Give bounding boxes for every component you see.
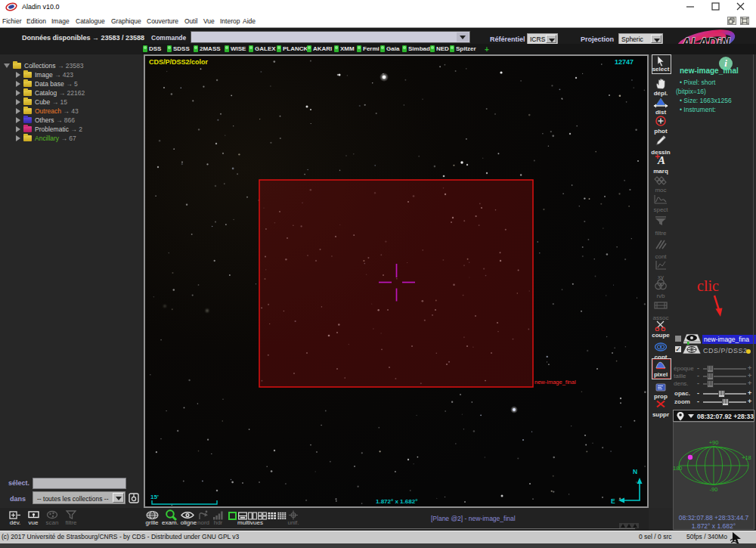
svg-text:08:32:07.88 +28:33:44.7: 08:32:07.88 +28:33:44.7 xyxy=(679,514,749,522)
svg-text:1.872° x 1.682°: 1.872° x 1.682° xyxy=(692,522,736,530)
svg-text:+90: +90 xyxy=(709,439,719,446)
svg-text:+18: +18 xyxy=(742,454,751,461)
svg-text:180: 180 xyxy=(673,465,683,472)
svg-text:-90: -90 xyxy=(710,486,718,493)
